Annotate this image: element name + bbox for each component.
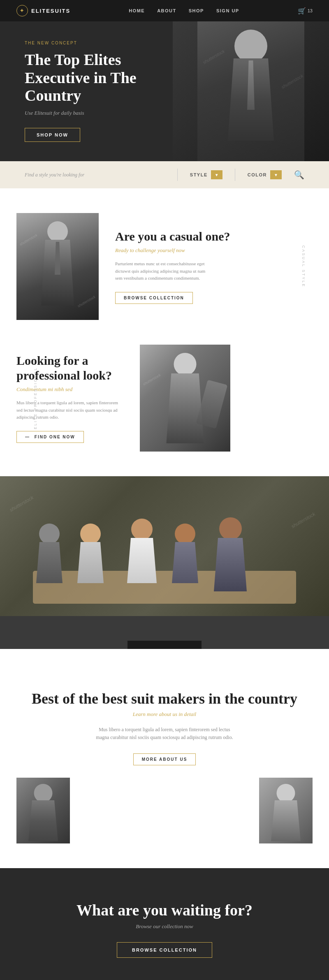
casual-title: Are you a casual one? bbox=[115, 229, 313, 244]
team-logo-card: ✦ ELITESUITS bbox=[127, 641, 202, 649]
nav-home[interactable]: HOME bbox=[129, 8, 145, 13]
about-title: Best of the best suit makers in the coun… bbox=[16, 690, 313, 708]
hero-title: The Top Elites Executive in The Country bbox=[25, 51, 140, 105]
about-description: Mus libero a torquent ligula ad lorem, s… bbox=[95, 726, 234, 741]
casual-cta-button[interactable]: BROWSE COLLECTION bbox=[115, 292, 193, 304]
professional-section: ELITE PROFESSIONAL Looking for a profess… bbox=[0, 345, 329, 452]
casual-side-label: CASUAL STYLE bbox=[302, 246, 306, 288]
search-icon: 🔍 bbox=[294, 170, 304, 179]
hero-tagline: Use Elitesuit for daily basis bbox=[25, 110, 140, 116]
nav-links: HOME ABOUT SHOP SIGN UP bbox=[129, 8, 239, 13]
style-filter-label: STYLE bbox=[190, 172, 208, 177]
color-filter: COLOR ▼ bbox=[248, 170, 282, 179]
style-filter-dropdown[interactable]: ▼ bbox=[211, 170, 222, 179]
casual-content: Are you a casual one? Ready to challenge… bbox=[115, 229, 313, 304]
hero-model-image: shutterstock shutterstock bbox=[197, 21, 304, 161]
casual-subtitle: Ready to challenge yourself now bbox=[115, 247, 313, 254]
professional-cta-button[interactable]: — FIND ONE NOW bbox=[16, 431, 84, 443]
hero-content: THE NEW CONCEPT The Top Elites Executive… bbox=[0, 41, 140, 142]
about-subtitle: Learn more about us in detail bbox=[16, 711, 313, 718]
search-divider bbox=[177, 169, 178, 181]
nav-about[interactable]: ABOUT bbox=[157, 8, 176, 13]
nav-signup[interactable]: SIGN UP bbox=[216, 8, 239, 13]
professional-subtitle: Condimentum mi nibh sed bbox=[16, 386, 123, 393]
footer-cta-button[interactable]: BROWSE COLLECTION bbox=[117, 942, 212, 958]
color-filter-label: COLOR bbox=[248, 172, 267, 177]
hero-subtitle: THE NEW CONCEPT bbox=[25, 41, 140, 45]
search-placeholder: Find a style you're looking for bbox=[25, 172, 165, 178]
about-image-left bbox=[16, 778, 70, 843]
professional-description: Mus libero a torquent ligula ad lorem, s… bbox=[16, 399, 123, 421]
professional-image: shutterstock bbox=[140, 345, 230, 452]
nav-shop[interactable]: SHOP bbox=[189, 8, 204, 13]
style-filter: STYLE ▼ bbox=[190, 170, 222, 179]
about-cta-button[interactable]: MORE ABOUT US bbox=[133, 753, 196, 765]
about-image-right bbox=[259, 778, 313, 843]
about-images bbox=[16, 778, 313, 843]
hero-section: shutterstock shutterstock THE NEW CONCEP… bbox=[0, 21, 329, 161]
brand-logo[interactable]: ✦ ELITESUITS bbox=[16, 5, 70, 16]
navbar: ✦ ELITESUITS HOME ABOUT SHOP SIGN UP 🛒 1… bbox=[0, 0, 329, 21]
search-bar: Find a style you're looking for STYLE ▼ … bbox=[0, 161, 329, 188]
cart-icon[interactable]: 🛒 13 bbox=[298, 7, 313, 15]
spacer-1 bbox=[0, 188, 329, 213]
casual-image: shutterstock shutterstock bbox=[16, 213, 99, 320]
professional-content: Looking for a professional look? Condime… bbox=[16, 353, 123, 443]
footer-cta-section: What are you waiting for? Browse our col… bbox=[0, 868, 329, 980]
casual-description: Parturient metus nunc ut est consechabit… bbox=[115, 260, 206, 282]
footer-cta-title: What are you waiting for? bbox=[16, 901, 313, 919]
brand-name: ELITESUITS bbox=[31, 8, 70, 14]
color-filter-chevron: ▼ bbox=[274, 173, 278, 177]
logo-icon: ✦ bbox=[16, 5, 28, 16]
about-section: Best of the best suit makers in the coun… bbox=[0, 649, 329, 868]
color-filter-dropdown[interactable]: ▼ bbox=[270, 170, 282, 179]
footer-cta-subtitle: Browse our collection now bbox=[16, 923, 313, 930]
cart-count: 13 bbox=[308, 8, 313, 13]
search-submit-button[interactable]: 🔍 bbox=[294, 170, 304, 180]
team-photo: shutterstock shutterstock bbox=[0, 476, 329, 616]
hero-cta-button[interactable]: SHOP NOW bbox=[25, 128, 80, 142]
professional-side-label: ELITE PROFESSIONAL bbox=[33, 367, 37, 429]
style-filter-chevron: ▼ bbox=[215, 173, 219, 177]
search-divider-2 bbox=[235, 169, 235, 181]
professional-title: Looking for a professional look? bbox=[16, 353, 123, 383]
team-section: shutterstock shutterstock ✦ ELITESUITS bbox=[0, 476, 329, 649]
casual-section: shutterstock shutterstock Are you a casu… bbox=[0, 213, 329, 320]
